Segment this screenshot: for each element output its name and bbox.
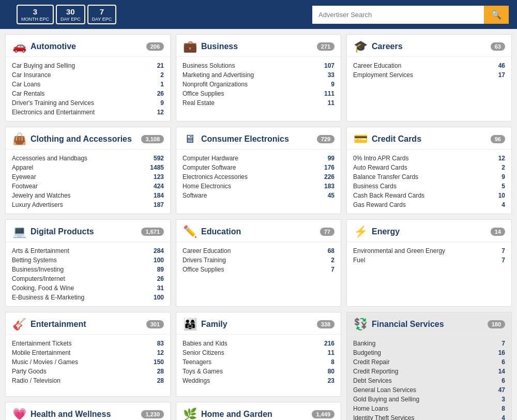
list-item[interactable]: Auto Reward Cards2 — [353, 163, 505, 172]
list-item[interactable]: Radio / Television28 — [12, 376, 164, 385]
list-item[interactable]: Gold Buying and Selling3 — [353, 395, 505, 404]
list-item[interactable]: Career Education46 — [353, 61, 505, 70]
list-item[interactable]: Drivers Training2 — [183, 256, 334, 265]
item-count: 284 — [154, 247, 164, 254]
list-item[interactable]: Eyewear123 — [12, 172, 164, 182]
list-item[interactable]: Fuel7 — [353, 256, 505, 265]
list-item[interactable]: Real Estate11 — [183, 98, 334, 108]
item-name: Career Education — [183, 247, 231, 254]
list-item[interactable]: Balance Transfer Cards9 — [353, 172, 505, 182]
cat-title-health-wellness[interactable]: Health and Wellness — [31, 410, 137, 419]
list-item[interactable]: Banking7 — [353, 339, 505, 348]
list-item[interactable]: Career Education68 — [183, 246, 334, 256]
list-item[interactable]: Gas Reward Cards4 — [353, 200, 505, 209]
list-item[interactable]: Credit Repair6 — [353, 357, 505, 367]
cat-items-digital-products: Arts & Entertainment284Betting Systems10… — [6, 242, 170, 306]
item-name: Computers/Internet — [12, 275, 65, 282]
list-item[interactable]: E-Business & E-Marketing100 — [12, 293, 164, 302]
list-item[interactable]: General Loan Services47 — [353, 385, 505, 395]
item-name: General Loan Services — [353, 386, 416, 394]
item-name: Debt Services — [353, 377, 392, 384]
list-item[interactable]: Employment Services17 — [353, 70, 505, 80]
list-item[interactable]: Debt Services6 — [353, 376, 505, 385]
item-name: E-Business & E-Marketing — [12, 294, 84, 301]
list-item[interactable]: Software45 — [183, 191, 334, 200]
list-item[interactable]: Car Buying and Selling21 — [12, 61, 164, 70]
cat-title-family[interactable]: Family — [201, 320, 313, 329]
list-item[interactable]: Music / Movies / Games150 — [12, 357, 164, 367]
cat-title-education[interactable]: Education — [201, 227, 316, 236]
list-item[interactable]: Arts & Entertainment284 — [12, 246, 164, 256]
list-item[interactable]: Driver's Training and Services9 — [12, 98, 164, 108]
category-card-clothing: 👜Clothing and Accessories3,108Accessorie… — [5, 127, 171, 214]
list-item[interactable]: Business/Investing89 — [12, 265, 164, 274]
list-item[interactable]: Home Loans8 — [353, 404, 505, 413]
list-item[interactable]: Party Goods28 — [12, 367, 164, 376]
list-item[interactable]: Car Loans1 — [12, 80, 164, 89]
epc-3month-button[interactable]: 3 MONTH EPC — [17, 5, 54, 25]
list-item[interactable]: Computer Software176 — [183, 163, 334, 172]
cat-title-business[interactable]: Business — [201, 42, 313, 51]
cat-title-automotive[interactable]: Automotive — [31, 42, 142, 51]
list-item[interactable]: Business Solutions107 — [183, 61, 334, 70]
list-item[interactable]: Footwear424 — [12, 182, 164, 191]
cat-header-digital-products: 💻Digital Products1,671 — [6, 220, 170, 242]
list-item[interactable]: Home Electronics183 — [183, 182, 334, 191]
item-count: 26 — [157, 275, 164, 282]
cat-title-entertainment[interactable]: Entertainment — [31, 320, 142, 329]
cat-title-digital-products[interactable]: Digital Products — [31, 227, 137, 236]
search-button[interactable]: 🔍 — [484, 6, 509, 24]
cat-title-consumer-electronics[interactable]: Consumer Electronics — [201, 134, 313, 144]
list-item[interactable]: Apparel1485 — [12, 163, 164, 172]
list-item[interactable]: Computers/Internet26 — [12, 274, 164, 283]
list-item[interactable]: 0% Intro APR Cards12 — [353, 154, 505, 163]
list-item[interactable]: Entertainment Tickets83 — [12, 339, 164, 348]
list-item[interactable]: Babies and Kids216 — [183, 339, 334, 348]
list-item[interactable]: Teenagers8 — [183, 357, 334, 367]
list-item[interactable]: Car Insurance2 — [12, 70, 164, 80]
cat-title-clothing[interactable]: Clothing and Accessories — [31, 134, 137, 144]
list-item[interactable]: Nonprofit Organizations9 — [183, 80, 334, 89]
list-item[interactable]: Cooking, Food & Wine31 — [12, 283, 164, 293]
cat-title-financial-services[interactable]: Financial Services — [372, 320, 483, 329]
item-count: 9 — [331, 81, 334, 88]
list-item[interactable]: Mobile Entertainment12 — [12, 348, 164, 357]
item-count: 16 — [498, 349, 505, 356]
item-name: Employment Services — [353, 71, 413, 79]
cat-title-credit-cards[interactable]: Credit Cards — [372, 134, 486, 144]
list-item[interactable]: Office Supplies111 — [183, 89, 334, 98]
list-item[interactable]: Office Supplies7 — [183, 265, 334, 274]
list-item[interactable]: Betting Systems100 — [12, 256, 164, 265]
list-item[interactable]: Marketing and Advertising33 — [183, 70, 334, 80]
cat-count-careers: 63 — [491, 42, 505, 51]
epc-7day-button[interactable]: 7 DAY EPC — [87, 5, 117, 25]
item-name: Budgeting — [353, 349, 381, 356]
list-item[interactable]: Electronics Accessories226 — [183, 172, 334, 182]
list-item[interactable]: Cash Back Reward Cards10 — [353, 191, 505, 200]
list-item[interactable]: Senior Citizens11 — [183, 348, 334, 357]
item-name: Business/Investing — [12, 266, 64, 273]
list-item[interactable]: Credit Reporting14 — [353, 367, 505, 376]
list-item[interactable]: Weddings23 — [183, 376, 334, 385]
cat-title-home-garden[interactable]: Home and Garden — [201, 410, 308, 419]
item-name: Real Estate — [183, 99, 215, 107]
list-item[interactable]: Identity Theft Services4 — [353, 413, 505, 420]
list-item[interactable]: Jewelry and Watches184 — [12, 191, 164, 200]
item-count: 14 — [498, 368, 505, 375]
item-count: 100 — [154, 257, 164, 264]
list-item[interactable]: Environmental and Green Energy7 — [353, 246, 505, 256]
epc-30day-button[interactable]: 30 DAY EPC — [56, 5, 85, 25]
list-item[interactable]: Computer Hardware99 — [183, 154, 334, 163]
list-item[interactable]: Luxury Advertisers187 — [12, 200, 164, 209]
list-item[interactable]: Car Rentals26 — [12, 89, 164, 98]
list-item[interactable]: Budgeting16 — [353, 348, 505, 357]
list-item[interactable]: Accessories and Handbags592 — [12, 154, 164, 163]
list-item[interactable]: Business Cards5 — [353, 182, 505, 191]
list-item[interactable]: Toys & Games80 — [183, 367, 334, 376]
list-item[interactable]: Electronics and Entertainment12 — [12, 108, 164, 117]
cat-title-energy[interactable]: Energy — [372, 227, 486, 236]
item-count: 4 — [501, 414, 505, 420]
search-input[interactable] — [312, 6, 484, 24]
item-name: Weddings — [183, 377, 210, 384]
cat-title-careers[interactable]: Careers — [372, 42, 486, 51]
